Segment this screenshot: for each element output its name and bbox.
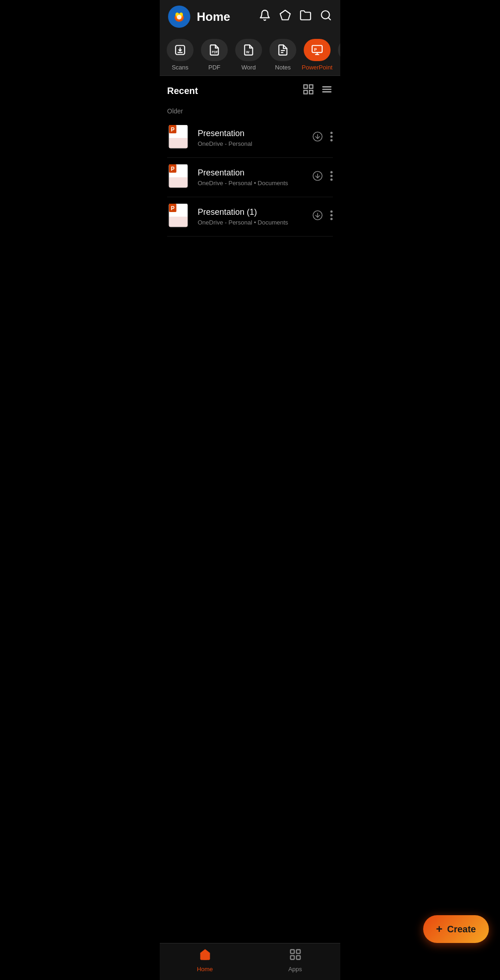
more-icon-3[interactable] bbox=[330, 210, 333, 224]
page-title: Home bbox=[197, 10, 259, 24]
diamond-icon[interactable] bbox=[279, 9, 291, 24]
tab-word-label: Word bbox=[242, 64, 256, 71]
download-icon-1[interactable] bbox=[312, 131, 324, 145]
svg-point-56 bbox=[331, 218, 333, 220]
svg-marker-6 bbox=[280, 10, 290, 20]
svg-rect-33 bbox=[169, 138, 188, 148]
svg-rect-42 bbox=[169, 177, 188, 187]
bell-icon[interactable] bbox=[259, 9, 271, 24]
svg-text:P: P bbox=[171, 166, 175, 172]
svg-point-36 bbox=[331, 132, 333, 134]
tab-word[interactable]: W Word bbox=[233, 39, 264, 75]
file-icon-1: P bbox=[167, 125, 191, 151]
download-icon-3[interactable] bbox=[312, 209, 324, 224]
file-item-2[interactable]: P Presentation OneDrive - Personal • Doc… bbox=[167, 158, 333, 197]
svg-text:P: P bbox=[171, 205, 175, 212]
file-name-2: Presentation bbox=[198, 168, 305, 178]
svg-point-54 bbox=[331, 211, 333, 213]
tab-pdf-label: PDF bbox=[208, 64, 220, 71]
file-actions-1 bbox=[312, 131, 333, 145]
file-actions-3 bbox=[312, 209, 333, 224]
svg-point-55 bbox=[331, 214, 333, 217]
file-name-3: Presentation (1) bbox=[198, 207, 305, 217]
file-icon-3: P bbox=[167, 204, 191, 230]
file-name-1: Presentation bbox=[198, 129, 305, 138]
more-icon-2[interactable] bbox=[330, 170, 333, 184]
svg-point-47 bbox=[331, 179, 333, 181]
folder-icon[interactable] bbox=[300, 9, 312, 24]
svg-point-46 bbox=[331, 175, 333, 177]
recent-header: Recent bbox=[167, 76, 333, 102]
tab-more[interactable]: More bbox=[336, 39, 340, 75]
file-icon-2: P bbox=[167, 164, 191, 190]
grid-view-icon[interactable] bbox=[302, 83, 314, 98]
tab-powerpoint-label: PowerPoint bbox=[302, 64, 332, 71]
download-icon-2[interactable] bbox=[312, 170, 324, 185]
svg-line-8 bbox=[328, 18, 331, 20]
file-location-2: OneDrive - Personal • Documents bbox=[198, 180, 305, 187]
svg-text:P: P bbox=[171, 126, 175, 133]
svg-point-5 bbox=[177, 15, 181, 19]
svg-point-38 bbox=[331, 139, 333, 142]
tab-scans[interactable]: Scans bbox=[164, 39, 196, 75]
app-logo[interactable] bbox=[168, 6, 190, 28]
file-location-1: OneDrive - Personal bbox=[198, 140, 305, 147]
svg-text:PDF: PDF bbox=[212, 50, 218, 54]
tab-powerpoint[interactable]: P PowerPoint bbox=[301, 39, 333, 75]
svg-point-45 bbox=[331, 171, 333, 174]
file-info-2: Presentation OneDrive - Personal • Docum… bbox=[198, 168, 305, 187]
tab-notes-label: Notes bbox=[275, 64, 291, 71]
file-info-1: Presentation OneDrive - Personal bbox=[198, 129, 305, 147]
more-icon-1[interactable] bbox=[330, 131, 333, 145]
recent-title: Recent bbox=[167, 86, 198, 96]
svg-text:P: P bbox=[314, 47, 317, 52]
file-location-3: OneDrive - Personal • Documents bbox=[198, 219, 305, 226]
search-icon[interactable] bbox=[320, 9, 332, 24]
svg-rect-16 bbox=[312, 45, 322, 52]
file-item-1[interactable]: P Presentation OneDrive - Personal bbox=[167, 119, 333, 158]
header-actions bbox=[259, 9, 332, 24]
svg-rect-25 bbox=[304, 90, 307, 94]
svg-text:W: W bbox=[246, 50, 250, 54]
tab-notes[interactable]: Notes bbox=[267, 39, 299, 75]
category-tabs: Scans PDF PDF W Word bbox=[160, 33, 340, 75]
main-content: Recent Older bbox=[160, 76, 340, 311]
svg-rect-24 bbox=[309, 85, 313, 88]
header: Home bbox=[160, 0, 340, 33]
svg-rect-23 bbox=[304, 85, 307, 88]
list-view-icon[interactable] bbox=[321, 83, 333, 98]
file-actions-2 bbox=[312, 170, 333, 185]
tab-pdf[interactable]: PDF PDF bbox=[199, 39, 230, 75]
file-item-3[interactable]: P Presentation (1) OneDrive - Personal •… bbox=[167, 197, 333, 237]
view-toggles bbox=[302, 83, 333, 98]
file-info-3: Presentation (1) OneDrive - Personal • D… bbox=[198, 207, 305, 226]
older-label: Older bbox=[167, 102, 333, 119]
svg-rect-26 bbox=[309, 90, 313, 94]
tab-scans-label: Scans bbox=[172, 64, 188, 71]
svg-point-37 bbox=[331, 136, 333, 138]
svg-rect-51 bbox=[169, 217, 188, 227]
